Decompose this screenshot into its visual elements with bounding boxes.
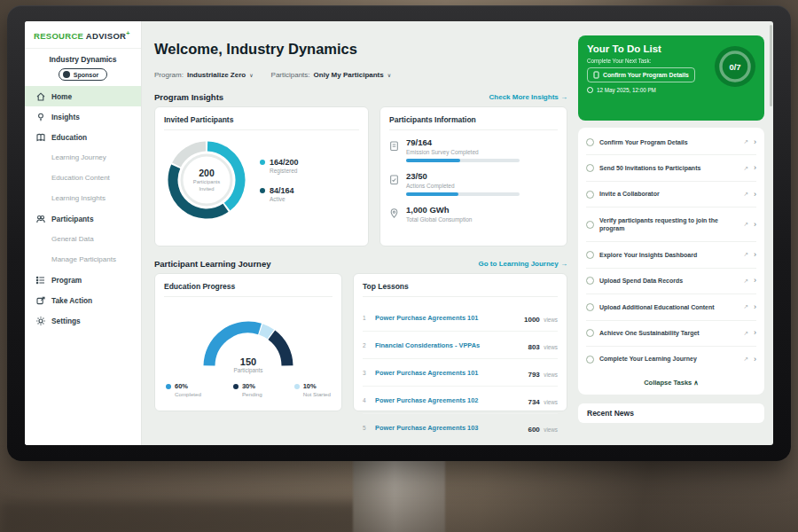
collapse-tasks-button[interactable]: Collapse Tasks ∧	[586, 372, 756, 393]
sidebar-item-general-data[interactable]: General Data	[25, 229, 141, 249]
lesson-link[interactable]: Power Purchase Agreements 102	[375, 396, 522, 404]
task-checkbox[interactable]	[586, 191, 594, 199]
consumption-label: Total Global Consumption	[406, 216, 472, 223]
task-row-verify-participants[interactable]: Verify participants requesting to join t…	[586, 207, 756, 242]
next-task-chip[interactable]: Confirm Your Program Details	[587, 67, 695, 82]
participants-dropdown[interactable]: Participants: Only My Participants ∨	[271, 71, 392, 79]
chevron-right-icon: ›	[754, 251, 756, 259]
sidebar-item-take-action[interactable]: Take Action	[25, 290, 141, 310]
lesson-link[interactable]: Power Purchase Agreements 103	[375, 424, 522, 432]
external-link-icon: ↗	[744, 303, 748, 310]
legend-text: 60% Completed	[175, 382, 201, 397]
chevron-right-icon: ›	[754, 329, 756, 337]
views-word: views	[544, 317, 558, 323]
invited-donut-chart: 200 Participants Invited	[164, 137, 249, 223]
scrollbar-thumb[interactable]	[770, 25, 772, 106]
task-row-send-invitations[interactable]: Send 50 Invitations to Participants ↗ ›	[586, 155, 756, 181]
registered-value: 164/200	[270, 158, 299, 167]
task-label: Achieve One Sustainability Target	[599, 329, 739, 337]
sidebar-item-home[interactable]: Home	[25, 86, 141, 106]
lesson-views: 793 views	[528, 364, 558, 380]
sidebar-item-manage-participants[interactable]: Manage Participants	[25, 249, 141, 270]
donut-legend: 164/200 Registered 84/164 Active	[260, 158, 299, 202]
sidebar-item-education[interactable]: Education	[25, 127, 141, 147]
views-count: 793	[528, 371, 539, 379]
task-label: Invite a Collaborator	[599, 190, 739, 198]
views-count: 734	[528, 398, 539, 406]
task-label: Complete Your Learning Journey	[599, 355, 739, 363]
pending-dot	[233, 384, 239, 389]
task-row-upload-spend-data[interactable]: Upload Spend Data Records ↗ ›	[586, 269, 756, 294]
task-checkbox[interactable]	[586, 138, 594, 146]
task-checkbox[interactable]	[586, 221, 594, 229]
sidebar-item-settings[interactable]: Settings	[25, 310, 141, 331]
views-word: views	[544, 399, 558, 405]
invited-participants-card: Invited Participants 200 Participants In…	[154, 106, 369, 246]
sidebar-item-program[interactable]: Program	[25, 270, 141, 290]
todo-panel: Your To Do List Complete Your Next Task:…	[578, 35, 764, 423]
program-dropdown[interactable]: Program: Industrialize Zero ∨	[154, 71, 254, 79]
external-link-icon: ↗	[744, 278, 748, 285]
lesson-link[interactable]: Power Purchase Agreements 101	[375, 314, 519, 322]
list-icon	[35, 275, 46, 286]
check-more-insights-link[interactable]: Check More Insights →	[489, 93, 567, 101]
logo-text-primary: RESOURCE	[34, 31, 83, 41]
task-row-confirm-program[interactable]: Confirm Your Program Details ↗ ›	[586, 129, 756, 155]
active-label: Active	[270, 196, 294, 202]
views-count: 803	[528, 343, 539, 351]
lesson-rank: 2	[363, 342, 370, 348]
go-to-learning-journey-link[interactable]: Go to Learning Journey →	[479, 260, 567, 268]
donut-area: 200 Participants Invited 164/200 Registe…	[164, 137, 359, 223]
chevron-right-icon: ›	[754, 191, 756, 199]
not-started-label: Not Started	[303, 391, 331, 397]
scrollbar[interactable]	[770, 25, 772, 442]
insights-cards-row: Invited Participants 200 Participants In…	[154, 106, 567, 246]
org-name: Industry Dynamics	[25, 55, 141, 64]
lesson-link[interactable]: Financial Considerations - VPPAs	[375, 341, 522, 349]
participants-value: Only My Participants	[314, 71, 384, 79]
task-row-upload-educational-content[interactable]: Upload Additional Educational Content ↗ …	[586, 294, 756, 320]
todo-summary-card: Your To Do List Complete Your Next Task:…	[578, 35, 764, 121]
task-row-explore-insights[interactable]: Explore Your Insights Dashboard ↗ ›	[586, 242, 756, 268]
education-gauge-chart: 150 Participants	[164, 304, 332, 375]
task-row-complete-learning-journey[interactable]: Complete Your Learning Journey ↗ ›	[586, 347, 756, 372]
task-row-invite-collaborator[interactable]: Invite a Collaborator ↗ ›	[586, 182, 756, 207]
task-checkbox[interactable]	[586, 277, 594, 285]
task-checkbox[interactable]	[586, 329, 594, 337]
task-label: Upload Spend Data Records	[599, 277, 739, 285]
task-row-achieve-target[interactable]: Achieve One Sustainability Target ↗ ›	[586, 321, 756, 347]
sidebar-item-label: General Data	[51, 235, 94, 243]
arrow-right-icon: →	[560, 260, 567, 268]
task-checkbox[interactable]	[586, 303, 594, 311]
registered-label: Registered	[270, 168, 299, 174]
lesson-link[interactable]: Power Purchase Agreements 101	[375, 369, 522, 377]
views-count: 1000	[524, 316, 540, 324]
task-checkbox[interactable]	[586, 356, 594, 364]
gauge-svg	[190, 304, 307, 373]
sidebar-item-label: Learning Journey	[51, 153, 106, 161]
card-title: Top Lessons	[363, 282, 558, 297]
sidebar-item-label: Home	[51, 92, 72, 101]
donut-svg	[164, 137, 249, 223]
bulb-icon	[35, 112, 46, 122]
sponsor-badge-label: Sponsor	[74, 72, 98, 78]
card-title: Invited Participants	[164, 115, 359, 130]
legend-item-not-started: 10% Not Started	[294, 382, 331, 397]
sidebar-item-insights[interactable]: Insights	[25, 106, 141, 127]
sidebar-item-learning-journey[interactable]: Learning Journey	[25, 147, 141, 168]
legend-text: 10% Not Started	[303, 382, 331, 397]
task-label: Confirm Your Program Details	[599, 138, 739, 146]
sidebar-item-label: Participants	[51, 215, 94, 223]
task-checkbox[interactable]	[586, 251, 594, 259]
collapse-label: Collapse Tasks	[644, 379, 692, 387]
sidebar-item-learning-insights[interactable]: Learning Insights	[25, 188, 141, 208]
sponsor-badge: Sponsor	[59, 68, 107, 81]
actions-completed-value: 23/50	[406, 171, 520, 181]
sidebar: RESOURCE ADVISOR+ Industry Dynamics Spon…	[25, 21, 142, 445]
arrow-right-icon: →	[560, 93, 567, 101]
sidebar-item-participants[interactable]: Participants	[25, 208, 141, 229]
sidebar-item-education-content[interactable]: Education Content	[25, 168, 141, 188]
learning-cards-row: Education Progress 150 Participants 60% …	[154, 273, 567, 411]
emission-survey-label: Emission Survey Completed	[406, 149, 520, 155]
task-checkbox[interactable]	[586, 164, 594, 172]
